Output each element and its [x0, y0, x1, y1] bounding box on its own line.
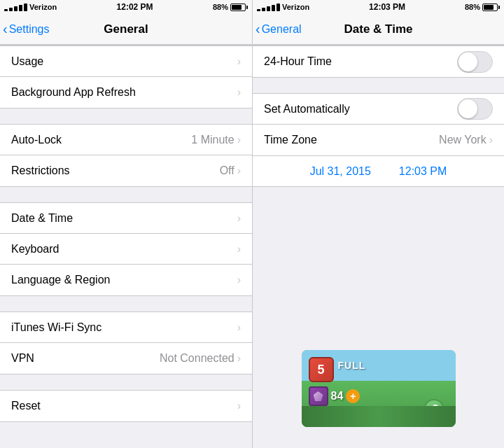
list-item[interactable]: VPN Not Connected ›: [0, 343, 252, 374]
chevron-icon: ›: [237, 243, 241, 255]
gem-icon: [309, 386, 328, 406]
right-panel: Verizon 12:03 PM 88% ‹ General Date & Ti…: [252, 0, 504, 448]
reset-label: Reset: [11, 400, 237, 412]
chevron-icon: ›: [489, 134, 493, 146]
right-nav-bar: ‹ General Date & Time: [253, 14, 504, 45]
timezone-row[interactable]: Time Zone New York ›: [253, 125, 504, 155]
chevron-icon: ›: [237, 86, 241, 99]
left-section-2: Auto-Lock 1 Minute › Restrictions Off ›: [0, 124, 252, 187]
list-item[interactable]: Auto-Lock 1 Minute ›: [0, 125, 252, 155]
battery-icon-left: [230, 4, 248, 11]
datetime-label: Date & Time: [11, 212, 237, 225]
restrictions-value: Off: [220, 164, 234, 177]
vpn-value: Not Connected: [160, 352, 234, 365]
game-screenshot: 5 FULL 84 +: [302, 350, 456, 427]
list-item[interactable]: Language & Region ›: [0, 265, 252, 295]
game-coin-row: 84 +: [309, 386, 360, 406]
left-section-5: Reset ›: [0, 390, 252, 422]
usage-label: Usage: [11, 55, 237, 68]
right-carrier-label: Verizon: [282, 3, 309, 11]
list-item[interactable]: iTunes Wi-Fi Sync ›: [0, 312, 252, 343]
right-content-area: 5 FULL 84 +: [253, 187, 504, 448]
set-auto-row[interactable]: Set Automatically: [253, 94, 504, 125]
plus-icon: +: [346, 389, 360, 403]
24hour-row[interactable]: 24-Hour Time: [253, 46, 504, 77]
chevron-icon: ›: [237, 274, 241, 286]
right-status-left: Verizon: [257, 3, 309, 11]
autolock-label: Auto-Lock: [11, 134, 191, 146]
list-item[interactable]: Usage ›: [0, 46, 252, 77]
right-status-bar: Verizon 12:03 PM 88%: [253, 0, 504, 14]
chevron-icon: ›: [237, 134, 241, 146]
date-display: Jul 31, 2015: [310, 165, 371, 178]
toggle-knob-2: [458, 99, 477, 118]
24hour-toggle[interactable]: [457, 51, 493, 73]
chevron-icon: ›: [237, 55, 241, 68]
language-label: Language & Region: [11, 274, 237, 286]
timezone-label: Time Zone: [264, 134, 439, 146]
chevron-icon: ›: [237, 164, 241, 177]
left-status-bar: Verizon 12:02 PM 88%: [0, 0, 252, 14]
right-back-label: General: [262, 23, 302, 36]
left-nav-bar: ‹ Settings General: [0, 14, 252, 45]
keyboard-label: Keyboard: [11, 243, 237, 255]
list-item[interactable]: Background App Refresh ›: [0, 77, 252, 108]
left-panel: Verizon 12:02 PM 88% ‹ Settings General …: [0, 0, 252, 448]
gem-count: 84: [331, 390, 344, 402]
list-item[interactable]: Reset ›: [0, 391, 252, 421]
game-level-badge: 5: [309, 357, 334, 382]
list-item[interactable]: Keyboard ›: [0, 234, 252, 265]
left-back-button[interactable]: ‹ Settings: [3, 23, 49, 36]
right-section-1: 24-Hour Time: [253, 46, 504, 78]
chevron-icon: ›: [237, 212, 241, 225]
right-section-2: Set Automatically Time Zone New York ›: [253, 93, 504, 156]
left-section-1: Usage › Background App Refresh ›: [0, 46, 252, 108]
set-auto-label: Set Automatically: [264, 103, 457, 115]
left-section-3: Date & Time › Keyboard › Language & Regi…: [0, 202, 252, 296]
gem-inner: [314, 391, 323, 401]
battery-icon-right: [482, 4, 500, 11]
right-status-right: 88%: [465, 3, 500, 11]
left-status-right: 88%: [213, 3, 248, 11]
list-item[interactable]: Restrictions Off ›: [0, 155, 252, 186]
left-time: 12:02 PM: [117, 2, 153, 12]
right-nav-title: Date & Time: [344, 22, 413, 36]
signal-icon-right: [257, 4, 280, 11]
right-back-button[interactable]: ‹ General: [255, 23, 302, 36]
carrier-label: Verizon: [29, 3, 57, 11]
left-back-label: Settings: [9, 23, 50, 36]
ground: [302, 406, 456, 427]
time-display: 12:03 PM: [399, 165, 447, 178]
vpn-label: VPN: [11, 352, 160, 365]
set-auto-toggle[interactable]: [457, 98, 493, 120]
left-section-4: iTunes Wi-Fi Sync › VPN Not Connected ›: [0, 312, 252, 374]
restrictions-label: Restrictions: [11, 164, 220, 177]
right-time: 12:03 PM: [369, 2, 405, 12]
game-inner: 5 FULL 84 +: [302, 350, 456, 427]
battery-pct-right: 88%: [465, 3, 480, 11]
chevron-icon: ›: [237, 400, 241, 412]
background-refresh-label: Background App Refresh: [11, 86, 237, 99]
chevron-icon: ›: [237, 321, 241, 334]
right-back-chevron: ‹: [255, 22, 260, 36]
date-time-row: Jul 31, 2015 12:03 PM: [253, 156, 504, 187]
signal-icon: [4, 4, 27, 11]
chevron-icon: ›: [237, 352, 241, 365]
list-item[interactable]: Date & Time ›: [0, 203, 252, 234]
autolock-value: 1 Minute: [191, 134, 234, 146]
left-status-left: Verizon: [4, 3, 57, 11]
24hour-label: 24-Hour Time: [264, 55, 457, 68]
toggle-knob: [458, 52, 477, 71]
left-nav-title: General: [104, 22, 148, 36]
timezone-value: New York: [439, 134, 486, 146]
battery-pct-left: 88%: [213, 3, 228, 11]
left-back-chevron: ‹: [3, 22, 8, 36]
itunes-label: iTunes Wi-Fi Sync: [11, 321, 237, 334]
game-full-text: FULL: [338, 360, 366, 371]
